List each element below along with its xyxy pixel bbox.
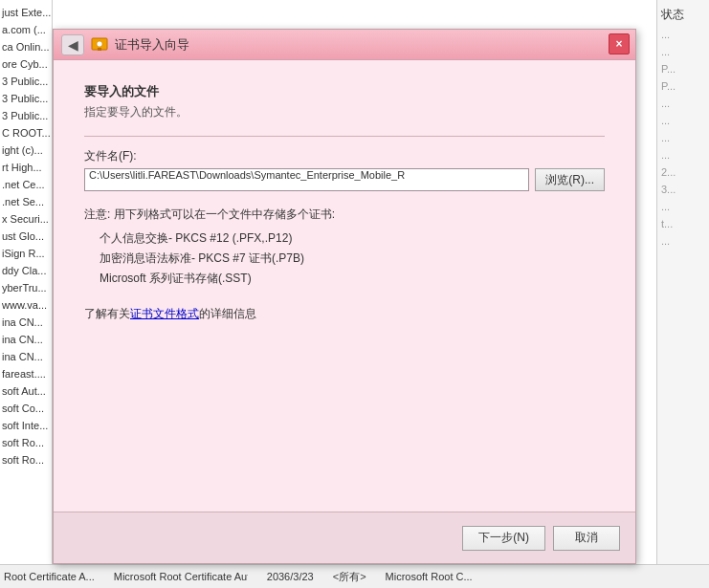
- list-item: 3 Public...: [0, 90, 52, 107]
- certificate-icon: [90, 35, 109, 54]
- list-item: ina CN...: [0, 348, 52, 365]
- close-button[interactable]: ×: [609, 33, 630, 54]
- list-item: ina CN...: [0, 331, 52, 348]
- list-item: x Securi...: [0, 210, 52, 228]
- note-item-2: 加密消息语法标准- PKCS #7 证书(.P7B): [100, 250, 605, 267]
- status-item: ...: [657, 95, 709, 112]
- status-item: 2...: [657, 163, 709, 181]
- list-item: soft Co...: [0, 400, 52, 417]
- list-item: iSign R...: [0, 245, 52, 262]
- list-item: ca Onlin...: [0, 38, 52, 55]
- status-item: ...: [657, 129, 709, 146]
- list-item: 3 Public...: [0, 73, 52, 90]
- status-item: ...: [657, 26, 709, 43]
- list-item: ddy Cla...: [0, 262, 52, 279]
- cert-format-link[interactable]: 证书文件格式: [130, 307, 199, 320]
- svg-point-1: [97, 41, 102, 47]
- svg-rect-2: [98, 48, 101, 51]
- certificate-import-dialog: ◀ 证书导入向导 × 要导入的文件 指定要导入的文件。 文件名(F): C:\U…: [53, 29, 636, 564]
- list-item: yberTru...: [0, 279, 52, 296]
- list-item: ina CN...: [0, 314, 52, 331]
- note-item-3: Microsoft 系列证书存储(.SST): [100, 271, 605, 287]
- note-item-1: 个人信息交换- PKCS #12 (.PFX,.P12): [100, 230, 605, 247]
- dialog-content: 要导入的文件 指定要导入的文件。 文件名(F): C:\Users\litli.…: [54, 60, 635, 512]
- separator: [84, 136, 605, 137]
- list-item: ight (c)...: [0, 142, 52, 159]
- info-text: 了解有关证书文件格式的详细信息: [84, 306, 605, 322]
- section-desc: 指定要导入的文件。: [84, 104, 605, 120]
- list-item: .net Se...: [0, 193, 52, 210]
- browse-button[interactable]: 浏览(R)...: [535, 168, 605, 191]
- file-path-input[interactable]: C:\Users\litli.FAREAST\Downloads\Symante…: [84, 168, 529, 191]
- list-item: .net Ce...: [0, 176, 52, 193]
- bottom-item-4: <所有>: [333, 570, 366, 584]
- status-header: 状态: [657, 4, 709, 26]
- status-item: ...: [657, 43, 709, 60]
- next-button[interactable]: 下一步(N): [462, 526, 545, 551]
- list-item: 3 Public...: [0, 107, 52, 124]
- list-item: www.va...: [0, 296, 52, 314]
- list-item: ust Glo...: [0, 228, 52, 245]
- list-item: soft Inte...: [0, 417, 52, 434]
- status-item: 3...: [657, 181, 709, 198]
- file-input-row: C:\Users\litli.FAREAST\Downloads\Symante…: [84, 168, 605, 191]
- note-items: 个人信息交换- PKCS #12 (.PFX,.P12) 加密消息语法标准- P…: [84, 230, 605, 287]
- note-section: 注意: 用下列格式可以在一个文件中存储多个证书: 个人信息交换- PKCS #1…: [84, 207, 605, 287]
- certificate-list: just Exte... a.com (... ca Onlin... ore …: [0, 0, 53, 564]
- list-item: a.com (...: [0, 21, 52, 38]
- list-item: soft Ro...: [0, 434, 52, 451]
- bottom-item-3: 2036/3/23: [267, 571, 314, 582]
- status-item: ...: [657, 146, 709, 163]
- list-item: soft Aut...: [0, 382, 52, 400]
- status-item: t...: [657, 215, 709, 232]
- dialog-footer: 下一步(N) 取消: [54, 512, 635, 563]
- status-item: ...: [657, 198, 709, 215]
- dialog-titlebar: ◀ 证书导入向导 ×: [54, 30, 635, 60]
- dialog-title: 证书导入向导: [115, 36, 189, 54]
- list-item: just Exte...: [0, 4, 52, 21]
- status-item: P...: [657, 60, 709, 77]
- status-item: P...: [657, 77, 709, 95]
- list-item: C ROOT...: [0, 124, 52, 142]
- bottom-item-5: Microsoft Root C...: [386, 571, 473, 582]
- list-item: soft Ro...: [0, 451, 52, 468]
- status-item: ...: [657, 232, 709, 250]
- note-title: 注意: 用下列格式可以在一个文件中存储多个证书:: [84, 207, 605, 223]
- status-column: 状态 ... ... P... P... ... ... ... ... 2..…: [656, 0, 709, 564]
- list-item: fareast....: [0, 365, 52, 382]
- list-item: rt High...: [0, 159, 52, 176]
- section-title: 要导入的文件: [84, 83, 605, 100]
- status-item: ...: [657, 112, 709, 129]
- field-label: 文件名(F):: [84, 148, 605, 164]
- back-button[interactable]: ◀: [61, 34, 84, 55]
- bottom-bar: Root Certificate A... Microsoft Root Cer…: [0, 564, 709, 588]
- list-item: ore Cyb...: [0, 55, 52, 73]
- bottom-item-1: Root Certificate A...: [4, 571, 95, 582]
- bottom-item-2: Microsoft Root Certificate Aut...: [114, 571, 248, 582]
- cancel-button[interactable]: 取消: [553, 526, 620, 551]
